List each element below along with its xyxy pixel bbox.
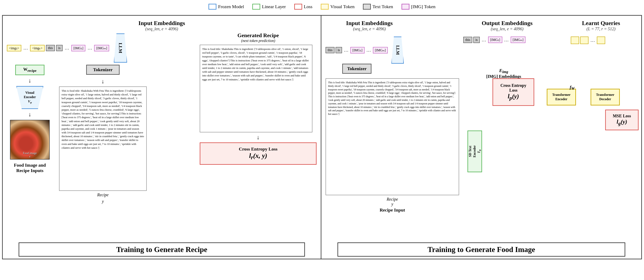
loss-icon xyxy=(294,4,302,10)
tokenizer-right: Tokenizer xyxy=(342,64,372,74)
learnt-q-2 xyxy=(580,37,588,44)
generated-recipe-heading: Generated Recipe xyxy=(200,32,316,39)
recipe-text-right: This is food title: Shakshuka With Feta … xyxy=(326,78,459,195)
w-recipe-box: Wrecipe xyxy=(15,65,44,75)
visual-encoder-sublabel: Vφ xyxy=(24,99,36,104)
visual-token-icon xyxy=(321,4,329,10)
token-ellipsis-2: … xyxy=(64,45,70,51)
cross-entropy-right-formula: lp(y) xyxy=(497,93,530,101)
token-ellipsis-3: … xyxy=(86,45,93,51)
right-panel: Input Embeddings (seq_len, e = 4096) Out… xyxy=(321,16,641,259)
legend-loss: Loss xyxy=(294,4,312,10)
frozen-model-icon xyxy=(208,4,216,10)
token-this-out: this xyxy=(463,37,472,43)
right-input-embeddings-heading: Input Embeddings xyxy=(326,20,413,27)
food-image-label: Food image xyxy=(23,152,37,155)
cross-entropy-right-label: Cross Entropy Loss xyxy=(497,83,530,93)
token-imgm-out: [IMGₘ] xyxy=(511,37,526,43)
right-learnt-queries-heading: Learnt Queries xyxy=(572,20,630,27)
recipe-text-content-left: This is food title: Shakshuka With Feta … xyxy=(62,89,144,149)
token-is-left: is xyxy=(56,45,62,51)
generated-recipe-subheading: (next token prediction) xyxy=(200,39,316,43)
transformer-decoder-label: TransformerDecoder xyxy=(596,93,614,102)
transformer-decoder: TransformerDecoder xyxy=(590,89,620,105)
recipe-input-label: Recipe Input xyxy=(326,207,459,213)
right-learnt-queries-subheading: (L = 77, r = 512) xyxy=(572,27,630,31)
arrow-down-1: ↓ xyxy=(28,77,31,84)
generated-recipe-content: This is food title: Shakshuka This is in… xyxy=(202,47,309,81)
arrow-down-to-loss: ↓ xyxy=(200,134,316,141)
cross-entropy-left-formula: lr(x, y) xyxy=(204,152,312,161)
visual-encoder: Visual Encoder Vφ xyxy=(16,86,44,109)
arrow-down-2: ↓ xyxy=(28,111,31,118)
generated-recipe-section: Generated Recipe (next token prediction)… xyxy=(200,32,316,165)
cross-entropy-left-label: Cross Entropy Loss xyxy=(204,146,312,152)
recipe-label-right: Recipe xyxy=(326,197,459,202)
tokenizer-right-label: Tokenizer xyxy=(347,66,366,71)
right-output-embeddings-heading: Output Embeddings xyxy=(468,20,547,27)
legend-linear-label: Linear Layer xyxy=(262,4,286,10)
transformer-encoder-label: TransformerEncoder xyxy=(552,93,570,102)
legend-loss-label: Loss xyxy=(304,4,312,10)
left-input-embeddings-heading: Input Embeddings xyxy=(7,20,316,27)
token-imgk: <imgₖ> xyxy=(30,45,45,51)
recipe-text-left: This is food title: Shakshuka With Feta … xyxy=(59,86,147,191)
recipe-label-left: Recipe xyxy=(97,192,108,197)
legend-frozen: Frozen Model xyxy=(208,4,244,10)
token-is-right: is xyxy=(336,47,342,53)
w-recipe-label: Wrecipe xyxy=(23,67,36,72)
token-ellipsis-r2: … xyxy=(366,47,372,53)
llm-right: LLM xyxy=(391,37,404,64)
cross-entropy-right: Cross Entropy Loss lp(y) xyxy=(492,78,534,106)
eimg-label: Eimg xyxy=(486,68,521,74)
mse-loss: MSE Loss lg(y) xyxy=(605,110,638,130)
generated-recipe-text: This is food title: Shakshuka This is in… xyxy=(200,45,312,132)
sd-text-encoder: SD TextEncoderTφ xyxy=(468,131,482,172)
y-label-right: y xyxy=(326,202,459,206)
sd-text-encoder-label: SD TextEncoderTφ xyxy=(468,145,482,157)
arrow-down-3: ↓ xyxy=(102,78,104,85)
token-img1-right: [IMG₁] xyxy=(350,47,364,54)
learnt-q-3 xyxy=(597,37,605,44)
token-img1-bracket: [IMG₁] xyxy=(71,45,86,51)
transformer-encoder: TransformerEncoder xyxy=(547,89,576,105)
token-this-left: this xyxy=(46,45,55,51)
img-token-icon xyxy=(402,4,410,10)
fw-label: fW xyxy=(570,85,575,91)
legend-visual: Visual Token xyxy=(321,4,354,10)
token-ellipsis-1: … xyxy=(22,45,29,51)
legend-img: [IMG] Token xyxy=(402,4,436,10)
token-this-right: this xyxy=(326,47,334,53)
right-input-embeddings-subheading: (seq_len, e = 4096) xyxy=(326,27,413,31)
token-imgm-bracket: [IMGₘ] xyxy=(94,45,109,51)
visual-encoder-label: Visual xyxy=(24,91,36,95)
food-recipe-inputs-label: Food Image and Recipe Inputs xyxy=(7,162,53,173)
token-ellipsis-o2: … xyxy=(503,37,510,43)
token-ellipsis-o1: … xyxy=(481,37,487,43)
learnt-q-1 xyxy=(571,37,579,44)
learnt-q-ellipsis: … xyxy=(590,38,596,43)
legend-text: Text Token xyxy=(363,4,393,10)
tokenizer-left-label: Tokenizer xyxy=(93,67,112,72)
legend-visual-label: Visual Token xyxy=(330,4,354,10)
legend-text-label: Text Token xyxy=(372,4,393,10)
token-is-out: is xyxy=(473,37,480,43)
left-panel: Input Embeddings (seq_len, e = 4096) <im… xyxy=(3,16,321,259)
left-input-embeddings-subheading: (seq_len, e = 4096) xyxy=(7,27,316,31)
legend-img-label: [IMG] Token xyxy=(411,4,436,10)
x-label-left: x xyxy=(23,155,37,158)
legend: Frozen Model Linear Layer Loss Visual To… xyxy=(2,2,642,11)
text-token-icon xyxy=(363,4,371,10)
llm-left: LLM xyxy=(114,34,127,63)
token-ellipsis-r1: … xyxy=(343,47,349,53)
token-imgm-right: [IMGₘ] xyxy=(373,47,388,54)
legend-linear: Linear Layer xyxy=(252,4,286,10)
tokenizer-left: Tokenizer xyxy=(86,65,120,75)
mse-loss-label: MSE Loss xyxy=(609,114,634,118)
linear-layer-icon xyxy=(252,4,260,10)
visual-encoder-label2: Encoder xyxy=(24,95,36,99)
token-img1-out: [IMG₁] xyxy=(488,37,502,43)
right-panel-title: Training to Generate Food Image xyxy=(338,242,626,257)
recipe-text-content-right: This is food title: Shakshuka With Feta … xyxy=(328,81,456,115)
token-img1: <img₁> xyxy=(7,45,21,51)
